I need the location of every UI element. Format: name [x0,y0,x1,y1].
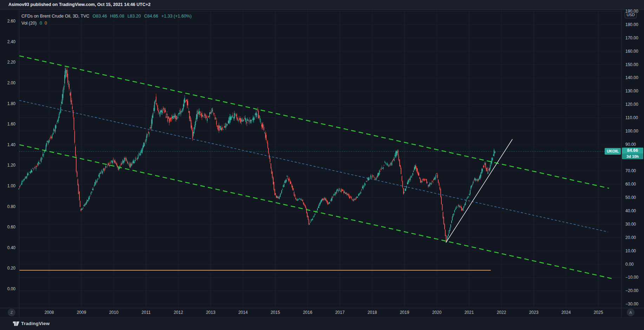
legend-volume-row: Vol (20)00 [21,20,192,27]
candles-down-bodies [20,70,489,242]
symbol-price-tag: UKOIL [605,148,621,155]
published-bar-text: Asimov93 published on TradingView.com, O… [8,2,151,7]
candles-up-wicks [19,67,495,242]
published-bar: Asimov93 published on TradingView.com, O… [0,0,644,10]
right-axis-tick: 140.00 [625,75,638,80]
channel-midline-blue-dashed[interactable] [19,101,608,232]
right-axis-tick: 120.00 [625,102,638,107]
right-axis-tick: 170.00 [625,35,638,40]
right-axis-tick: 90.00 [625,142,636,147]
left-axis-tick: 2.00 [7,80,15,85]
time-axis-tick: 2020 [432,310,442,315]
ohlc-open: O83.46 [93,14,107,19]
autoscale-button[interactable]: A [627,309,635,316]
last-price-label: 84.66 3d 10h [622,148,643,159]
right-axis-tick: 20.00 [625,235,636,240]
left-axis-tick: 1.80 [7,101,15,106]
time-axis-tick: 2012 [174,310,183,315]
symbol-title: CFDs on Brent Crude Oil, 3D, TVC [21,14,90,19]
time-axis-tick: 2018 [368,310,377,315]
channel-lower-green-dashed[interactable] [19,145,611,279]
channel-upper-green-dashed[interactable] [19,56,609,188]
time-axis-tick: 2019 [400,310,409,315]
footer-bar: TradingView [0,317,644,330]
candles-up-bodies [19,69,495,242]
right-axis-tick: 60.00 [625,182,636,187]
right-axis-tick: 180.00 [625,22,638,27]
volume-label: Vol (20) [21,21,37,26]
left-axis-tick: 1.00 [7,183,15,188]
left-axis-tick: 2.60 [7,19,15,24]
right-axis-tick: −30.00 [625,302,638,306]
right-axis-tick: 100.00 [625,129,638,134]
tradingview-logo-icon[interactable] [13,321,20,327]
right-axis-tick: 50.00 [625,195,636,200]
left-axis-tick: 1.60 [7,122,15,127]
time-axis-tick: 2014 [238,310,248,315]
right-axis-tick: 70.00 [625,168,636,173]
time-axis-tick: 2009 [77,310,86,315]
right-axis-tick: −10.00 [625,275,638,280]
left-axis-tick: 1.20 [7,163,15,168]
time-axis-tick: 2022 [497,310,506,315]
volume-value-1: 0 [40,21,42,26]
left-axis-tick: 0.40 [7,245,15,250]
candles-down-wicks [20,66,489,242]
right-axis-tick: 110.00 [625,115,638,120]
left-axis-tick: 2.20 [7,60,15,65]
zoom-out-button[interactable]: Z [8,309,15,316]
left-axis-tick: 2.40 [7,39,15,44]
currency-unit-badge[interactable]: USD [625,12,637,18]
right-axis-tick: 0.00 [625,262,633,267]
left-axis-tick: 0.80 [7,204,15,209]
right-axis-tick: 10.00 [625,248,636,253]
time-axis-tick: 2011 [142,310,151,315]
left-axis-tick: 0.60 [7,225,15,229]
right-axis-tick: −20.00 [625,288,638,293]
bar-countdown: 3d 10h [622,154,643,159]
ohlc-close: C84.66 [144,14,158,19]
right-axis-tick: 130.00 [625,89,638,93]
time-axis-tick: 2015 [271,310,280,315]
ohlc-high: H85.08 [110,14,124,19]
left-axis-tick: 1.40 [7,142,15,147]
support-trendline-white[interactable] [446,139,513,242]
time-axis-tick: 2010 [109,310,119,315]
right-axis-tick: 30.00 [625,222,636,227]
time-axis-tick: 2016 [303,310,313,315]
legend-symbol-row: CFDs on Brent Crude Oil, 3D, TVCO83.46H8… [21,13,192,20]
time-axis-tick: 2025 [594,310,603,315]
time-axis-tick: 2008 [45,310,54,315]
left-axis-tick: 0.20 [7,266,15,271]
last-price-value: 84.66 [622,148,643,154]
time-axis-tick: 2021 [465,310,474,315]
time-axis-tick: 2017 [335,310,345,315]
volume-value-2: 0 [45,21,47,26]
time-axis-tick: 2013 [206,310,216,315]
price-change: +1.33 (+1.60%) [161,14,191,19]
tradingview-brand-text[interactable]: TradingView [21,321,50,326]
right-axis-tick: 150.00 [625,62,638,67]
ohlc-low: L83.20 [127,14,141,19]
chart-canvas[interactable] [0,0,644,330]
right-axis-tick: 160.00 [625,49,638,54]
tradingview-published-chart: Asimov93 published on TradingView.com, O… [0,0,644,330]
time-axis-tick: 2023 [529,310,539,315]
left-axis-tick: 0.00 [7,286,15,291]
right-axis-tick: 40.00 [625,208,636,213]
time-axis-tick: 2024 [561,310,571,315]
chart-legend: CFDs on Brent Crude Oil, 3D, TVCO83.46H8… [21,13,192,27]
